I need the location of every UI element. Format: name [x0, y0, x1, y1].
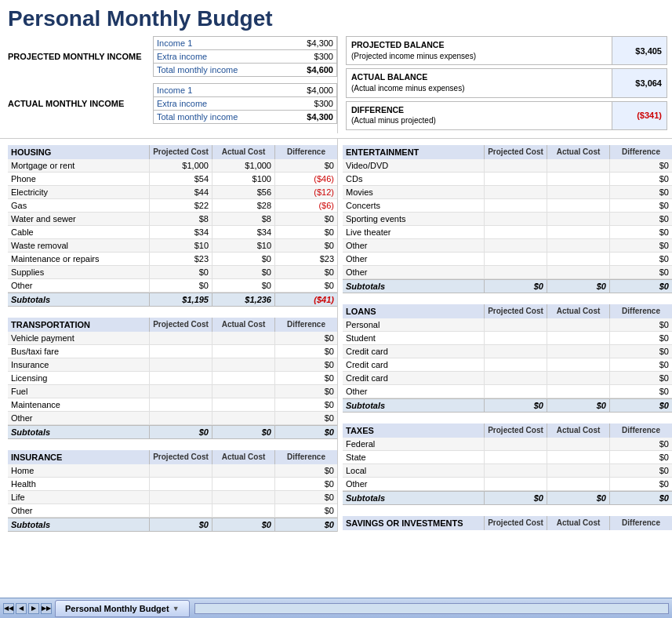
entertainment-header: ENTERTAINMENT Projected Cost Actual Cost… [343, 145, 672, 159]
projected-income-block: PROJECTED MONTHLY INCOME Income 1 $4,300… [8, 36, 337, 77]
actual-income-label: ACTUAL MONTHLY INCOME [8, 83, 153, 124]
transportation-title: TRANSPORTATION [8, 318, 149, 332]
table-row: Movies $0 [343, 186, 672, 199]
table-row: Other $0 [8, 412, 337, 425]
housing-header: HOUSING Projected Cost Actual Cost Diffe… [8, 145, 337, 159]
table-row: Maintenance $0 [8, 398, 337, 412]
table-row: Credit card $0 [343, 372, 672, 385]
list-item: Extra income $300 [153, 96, 337, 110]
housing-section: HOUSING Projected Cost Actual Cost Diffe… [8, 145, 337, 307]
table-row: Gas $22 $28 ($6) [8, 199, 337, 213]
actual-income-rows: Income 1 $4,000 Extra income $300 Total … [153, 83, 337, 124]
page-title: Personal Monthly Budget [0, 0, 672, 36]
table-row: Other $0 [343, 385, 672, 398]
actual-balance-value: $3,064 [612, 69, 667, 96]
list-item: Income 1 $4,300 [153, 36, 337, 49]
insurance-header: INSURANCE Projected Cost Actual Cost Dif… [8, 450, 337, 464]
table-row: Other $0 [343, 239, 672, 253]
projected-balance-value: $3,405 [612, 37, 667, 64]
transportation-section: TRANSPORTATION Projected Cost Actual Cos… [8, 318, 337, 439]
table-row: Licensing $0 [8, 372, 337, 385]
loans-header: LOANS Projected Cost Actual Cost Differe… [343, 304, 672, 318]
income-row-value: $300 [274, 50, 336, 63]
transportation-subtotal: Subtotals $0 $0 $0 [8, 425, 337, 439]
table-row: Personal $0 [343, 318, 672, 332]
savings-header: SAVINGS OR INVESTMENTS Projected Cost Ac… [343, 516, 672, 530]
table-row: Federal $0 [343, 438, 672, 451]
table-row: Mortgage or rent $1,000 $1,000 $0 [8, 159, 337, 173]
table-row: Insurance $0 [8, 358, 337, 372]
table-row: CDs $0 [343, 173, 672, 186]
table-row: Waste removal $10 $10 $0 [8, 239, 337, 253]
entertainment-section: ENTERTAINMENT Projected Cost Actual Cost… [343, 145, 672, 293]
income-tables: PROJECTED MONTHLY INCOME Income 1 $4,300… [0, 36, 337, 133]
income-row-label: Income 1 [154, 37, 274, 49]
taxes-subtotal: Subtotals $0 $0 $0 [343, 491, 672, 505]
housing-subtotal: Subtotals $1,195 $1,236 ($41) [8, 293, 337, 307]
list-item: Income 1 $4,000 [153, 83, 337, 96]
main-grid: HOUSING Projected Cost Actual Cost Diffe… [0, 139, 672, 532]
table-row: Cable $34 $34 $0 [8, 226, 337, 239]
table-row: Maintenance or repairs $23 $0 $23 [8, 253, 337, 266]
left-column: HOUSING Projected Cost Actual Cost Diffe… [0, 139, 337, 532]
table-row: Student $0 [343, 332, 672, 345]
right-column: ENTERTAINMENT Projected Cost Actual Cost… [337, 139, 672, 532]
projected-income-rows: Income 1 $4,300 Extra income $300 Total … [153, 36, 337, 77]
actual-balance-label: ACTUAL BALANCE (Actual income minus expe… [347, 69, 612, 96]
entertainment-subtotal: Subtotals $0 $0 $0 [343, 279, 672, 293]
income-total-value: $4,600 [274, 64, 336, 76]
list-item: Total monthly income $4,300 [153, 110, 337, 124]
income-total-value: $4,300 [274, 111, 336, 123]
loans-section: LOANS Projected Cost Actual Cost Differe… [343, 304, 672, 413]
table-row: Other $0 [8, 504, 337, 518]
entertainment-title: ENTERTAINMENT [343, 145, 484, 159]
difference-label: DIFFERENCE (Actual minus projected) [347, 102, 612, 129]
actual-income-block: ACTUAL MONTHLY INCOME Income 1 $4,000 Ex… [8, 83, 337, 124]
insurance-title: INSURANCE [8, 450, 149, 464]
table-row: State $0 [343, 451, 672, 464]
table-row: Credit card $0 [343, 358, 672, 372]
actual-balance-block: ACTUAL BALANCE (Actual income minus expe… [346, 68, 667, 97]
table-row: Local $0 [343, 464, 672, 478]
income-total-label: Total monthly income [154, 64, 274, 76]
table-row: Fuel $0 [8, 385, 337, 398]
income-row-value: $300 [274, 97, 336, 110]
table-row: Electricity $44 $56 ($12) [8, 186, 337, 199]
taxes-section: TAXES Projected Cost Actual Cost Differe… [343, 424, 672, 505]
projected-balance-label: PROJECTED BALANCE (Projected income minu… [347, 37, 612, 64]
table-row: Home $0 [8, 464, 337, 478]
table-row: Vehicle payment $0 [8, 332, 337, 345]
list-item: Total monthly income $4,600 [153, 63, 337, 77]
table-row: Concerts $0 [343, 199, 672, 213]
insurance-section: INSURANCE Projected Cost Actual Cost Dif… [8, 450, 337, 532]
income-row-value: $4,000 [274, 84, 336, 96]
table-row: Sporting events $0 [343, 213, 672, 226]
table-row: Health $0 [8, 478, 337, 491]
table-row: Other $0 [343, 478, 672, 491]
income-total-label: Total monthly income [154, 111, 274, 123]
transportation-header: TRANSPORTATION Projected Cost Actual Cos… [8, 318, 337, 332]
taxes-header: TAXES Projected Cost Actual Cost Differe… [343, 424, 672, 438]
difference-value: ($341) [612, 102, 667, 129]
insurance-subtotal: Subtotals $0 $0 $0 [8, 518, 337, 532]
income-row-label: Extra income [154, 50, 274, 63]
table-row: Video/DVD $0 [343, 159, 672, 173]
table-row: Other $0 [343, 253, 672, 266]
loans-title: LOANS [343, 304, 484, 318]
table-row: Phone $54 $100 ($46) [8, 173, 337, 186]
table-row: Supplies $0 $0 $0 [8, 266, 337, 279]
loans-subtotal: Subtotals $0 $0 $0 [343, 398, 672, 413]
difference-balance-block: DIFFERENCE (Actual minus projected) ($34… [346, 101, 667, 130]
housing-title: HOUSING [8, 145, 149, 159]
income-row-label: Income 1 [154, 84, 274, 96]
balance-section: PROJECTED BALANCE (Projected income minu… [337, 36, 672, 133]
table-row: Water and sewer $8 $8 $0 [8, 213, 337, 226]
table-row: Live theater $0 [343, 226, 672, 239]
housing-col-diff: Difference [274, 145, 337, 159]
table-row: Credit card $0 [343, 345, 672, 358]
list-item: Extra income $300 [153, 49, 337, 63]
table-row: Life $0 [8, 491, 337, 504]
projected-income-label: PROJECTED MONTHLY INCOME [8, 36, 153, 77]
savings-title: SAVINGS OR INVESTMENTS [343, 516, 484, 530]
table-row: Bus/taxi fare $0 [8, 345, 337, 358]
